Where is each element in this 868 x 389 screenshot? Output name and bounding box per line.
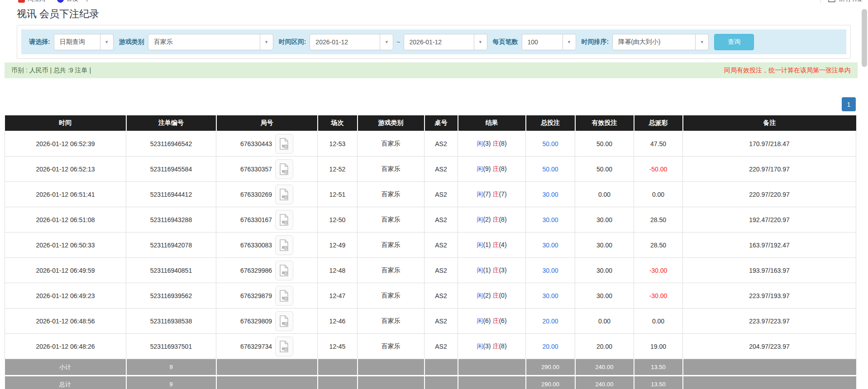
video-replay-button[interactable] xyxy=(275,286,293,306)
cell-session: 12-45 xyxy=(318,334,358,359)
cell-game: 百家乐 xyxy=(358,157,424,182)
banker-result: 庄 xyxy=(492,190,499,198)
video-replay-button[interactable] xyxy=(275,185,293,204)
payout-value: 28.50 xyxy=(650,216,666,223)
col-bet-id: 注单编号 xyxy=(126,115,216,131)
date-to-value: 2026-01-12 xyxy=(404,38,442,46)
page-button-1[interactable]: 1 xyxy=(842,97,856,111)
total-bet-link[interactable]: 50.00 xyxy=(542,166,558,173)
cell-table-no: AS2 xyxy=(424,182,458,207)
payout-value: -30.00 xyxy=(649,292,668,299)
cell-valid-bet: 0.00 xyxy=(575,182,634,207)
cell-session: 12-49 xyxy=(318,232,358,258)
cell-total-bet: 50.00 xyxy=(526,131,575,157)
video-file-icon xyxy=(279,315,289,327)
banker-result: 庄 xyxy=(492,317,499,324)
total-bet-link[interactable]: 30.00 xyxy=(542,191,558,198)
cell-table-no: AS2 xyxy=(424,334,458,359)
cell-valid-bet: 50.00 xyxy=(575,131,634,157)
cell-round: 676329986 xyxy=(216,258,318,283)
cell-time: 2026-01-12 06:50:33 xyxy=(5,232,126,258)
scrollbar-thumb[interactable] xyxy=(862,9,867,67)
total-bet-link[interactable]: 30.00 xyxy=(542,267,558,274)
cell-remark: 220.97/170.97 xyxy=(683,157,856,182)
cell-bet-id: 523116946542 xyxy=(126,131,216,157)
cell-valid-bet: 30.00 xyxy=(575,232,634,258)
cell-round: 676330269 xyxy=(216,182,318,207)
all-bookmarks-label[interactable]: 所有书签 xyxy=(839,0,863,3)
cell-remark: 193.97/163.97 xyxy=(683,258,856,283)
page-size-select[interactable]: 100 ▼ xyxy=(522,34,576,50)
total-bet-link[interactable]: 50.00 xyxy=(542,140,558,147)
cell-result: 闲(2) 庄(0) xyxy=(458,283,526,308)
query-type-select[interactable]: 日期查询 ▼ xyxy=(54,34,114,50)
time-sort-select[interactable]: 降幂(由大到小) ▼ xyxy=(612,34,709,50)
video-replay-button[interactable] xyxy=(275,337,293,356)
cell-round: 676330167 xyxy=(216,207,318,232)
total-bet-link[interactable]: 30.00 xyxy=(542,216,558,223)
player-result: 闲 xyxy=(477,216,483,223)
total-bet-link[interactable]: 30.00 xyxy=(542,292,558,299)
col-remark: 备注 xyxy=(683,115,856,131)
banker-result: 庄 xyxy=(492,292,499,299)
total-total-bet: 290.00 xyxy=(526,376,575,389)
query-button[interactable]: 查询 xyxy=(714,34,754,50)
video-replay-button[interactable] xyxy=(275,311,293,331)
cell-total-bet: 20.00 xyxy=(526,308,575,334)
cell-payout: 0.00 xyxy=(634,182,683,207)
cell-payout: 28.50 xyxy=(634,232,683,258)
video-replay-button[interactable] xyxy=(275,210,293,230)
chevron-down-icon: ▼ xyxy=(260,34,273,50)
banker-result: 庄 xyxy=(492,342,499,350)
payout-value: -30.00 xyxy=(649,267,668,274)
video-replay-button[interactable] xyxy=(275,261,293,280)
cell-payout: 0.00 xyxy=(634,308,683,334)
page-title: 视讯 会员下注纪录 xyxy=(17,8,868,20)
total-bet-link[interactable]: 30.00 xyxy=(542,242,558,249)
player-result: 闲 xyxy=(477,292,483,299)
cell-payout: 47.50 xyxy=(634,131,683,157)
game-category-value: 百家乐 xyxy=(148,38,173,46)
video-replay-button[interactable] xyxy=(275,134,293,154)
col-session: 场次 xyxy=(318,115,358,131)
filter-panel: 请选择: 日期查询 ▼ 游戏类别 百家乐 ▼ 时间区间: 2026-01-12 … xyxy=(17,25,851,59)
cell-game: 百家乐 xyxy=(358,207,424,232)
date-from-select[interactable]: 2026-01-12 ▼ xyxy=(310,34,393,50)
cell-game: 百家乐 xyxy=(358,283,424,308)
total-bet-link[interactable]: 20.00 xyxy=(542,318,558,325)
cell-valid-bet: 50.00 xyxy=(575,157,634,182)
time-sort-value: 降幂(由大到小) xyxy=(613,38,660,46)
folder-icon xyxy=(828,0,835,2)
cell-result: 闲(3) 庄(8) xyxy=(458,131,526,157)
bookmark-item-taobao[interactable]: 淘宝网 xyxy=(18,0,45,3)
game-category-select[interactable]: 百家乐 ▼ xyxy=(148,34,273,50)
chevron-down-icon: ▼ xyxy=(695,34,708,50)
pagination: 1 xyxy=(0,97,856,111)
cell-total-bet: 50.00 xyxy=(526,157,575,182)
col-table-no: 桌号 xyxy=(424,115,458,131)
cell-round: 676330357 xyxy=(216,157,318,182)
cell-session: 12-53 xyxy=(318,131,358,157)
video-replay-button[interactable] xyxy=(275,235,293,255)
cell-total-bet: 20.00 xyxy=(526,334,575,359)
cell-round: 676330083 xyxy=(216,232,318,258)
player-result: 闲 xyxy=(477,165,483,172)
table-row: 2026-01-12 06:49:59523116940851676329986… xyxy=(5,258,856,283)
baidu-favicon-icon xyxy=(57,0,64,3)
table-header-row: 时间 注单编号 局号 场次 游戏类别 桌号 结果 总投注 有效投注 总派彩 备注 xyxy=(5,115,856,131)
cell-game: 百家乐 xyxy=(358,258,424,283)
bookmark-item-baidu[interactable]: 百度一下 xyxy=(57,0,90,3)
query-type-label: 请选择: xyxy=(29,38,50,46)
total-row: 总计 9 290.00 240.00 13.50 xyxy=(5,376,856,389)
col-valid-bet: 有效投注 xyxy=(575,115,634,131)
cell-valid-bet: 0.00 xyxy=(575,308,634,334)
cell-game: 百家乐 xyxy=(358,131,424,157)
subtotal-label: 小计 xyxy=(5,359,126,376)
cell-remark: 220.97/220.97 xyxy=(683,182,856,207)
date-to-select[interactable]: 2026-01-12 ▼ xyxy=(404,34,487,50)
total-bet-link[interactable]: 20.00 xyxy=(542,343,558,350)
table-row: 2026-01-12 06:51:08523116943288676330167… xyxy=(5,207,856,232)
video-replay-button[interactable] xyxy=(275,159,293,179)
cell-payout: 28.50 xyxy=(634,207,683,232)
cell-time: 2026-01-12 06:52:13 xyxy=(5,157,126,182)
